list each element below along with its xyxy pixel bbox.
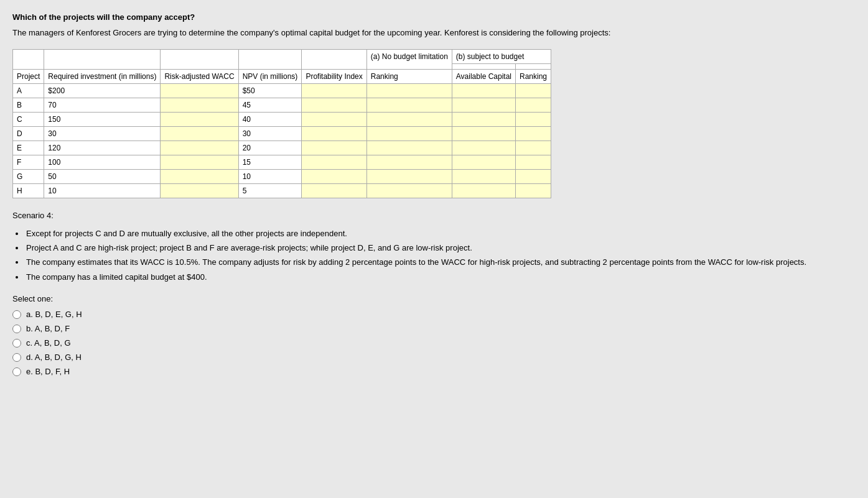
ranking-a-d — [366, 126, 452, 141]
option-a[interactable]: a. B, D, E, G, H — [12, 310, 856, 319]
avail-f — [452, 155, 515, 169]
project-g: G — [13, 169, 44, 183]
label-e[interactable]: e. B, D, F, H — [26, 367, 70, 376]
option-c[interactable]: c. A, B, D, G — [12, 338, 856, 348]
label-d[interactable]: d. A, B, D, G, H — [26, 353, 82, 362]
radio-e[interactable] — [12, 367, 21, 376]
options-container: a. B, D, E, G, H b. A, B, D, F c. A, B, … — [12, 310, 856, 376]
project-b: B — [13, 98, 44, 112]
rank-b-e — [516, 141, 551, 155]
bullet-3: The company estimates that its WACC is 1… — [25, 255, 856, 269]
npv-h: 5 — [238, 183, 302, 198]
npv-b: 45 — [238, 98, 302, 112]
npv-header: NPV (in millions) — [238, 69, 302, 83]
scenario-bullets: Except for projects C and D are mutually… — [25, 226, 856, 285]
required-investment-header: Required investment (in millions) — [44, 69, 161, 83]
npv-g: 10 — [238, 169, 302, 183]
wacc-a — [161, 83, 238, 98]
rank-b-a — [516, 83, 551, 98]
ranking-a-a — [366, 83, 452, 98]
label-b[interactable]: b. A, B, D, F — [26, 324, 70, 333]
project-h: H — [13, 183, 44, 198]
npv-f: 15 — [238, 155, 302, 169]
risk-adjusted-wacc-header: Risk-adjusted WACC — [161, 69, 238, 83]
ranking-a-e — [366, 141, 452, 155]
avail-d — [452, 126, 515, 141]
available-capital-header: Available Capital — [452, 69, 515, 83]
question-title: Which of the projects will the company a… — [12, 12, 856, 22]
no-budget-header: (a) No budget limitation — [366, 49, 452, 63]
ranking-a-sub — [366, 63, 452, 69]
radio-c[interactable] — [12, 339, 21, 348]
avail-e — [452, 141, 515, 155]
pi-b — [302, 98, 366, 112]
table-row: G 50 10 — [13, 169, 551, 183]
npv-a: $50 — [238, 83, 302, 98]
table-row: C 150 40 — [13, 112, 551, 126]
project-c: C — [13, 112, 44, 126]
wacc-d — [161, 126, 238, 141]
rank-b-c — [516, 112, 551, 126]
avail-g — [452, 169, 515, 183]
pi-d — [302, 126, 366, 141]
ranking-a-header: Ranking — [366, 69, 452, 83]
pi-g — [302, 169, 366, 183]
avail-h — [452, 183, 515, 198]
investment-c: 150 — [44, 112, 161, 126]
ranking-a-b — [366, 98, 452, 112]
radio-d[interactable] — [12, 353, 21, 362]
pi-a — [302, 83, 366, 98]
pi-e — [302, 141, 366, 155]
project-e: E — [13, 141, 44, 155]
wacc-c — [161, 112, 238, 126]
radio-b[interactable] — [12, 325, 21, 333]
npv-c: 40 — [238, 112, 302, 126]
bullet-4: The company has a limited capital budget… — [25, 270, 856, 284]
option-b[interactable]: b. A, B, D, F — [12, 324, 856, 333]
scenario-title: Scenario 4: — [12, 211, 856, 220]
investment-f: 100 — [44, 155, 161, 169]
project-f: F — [13, 155, 44, 169]
radio-a[interactable] — [12, 310, 21, 319]
investment-e: 120 — [44, 141, 161, 155]
table-row: A $200 $50 — [13, 83, 551, 98]
bullet-2: Project A and C are high-risk project; p… — [25, 241, 856, 255]
investment-a: $200 — [44, 83, 161, 98]
investment-d: 30 — [44, 126, 161, 141]
select-one-label: Select one: — [12, 294, 856, 303]
wacc-h — [161, 183, 238, 198]
table-row: E 120 20 — [13, 141, 551, 155]
wacc-g — [161, 169, 238, 183]
npv-d: 30 — [238, 126, 302, 141]
npv-e: 20 — [238, 141, 302, 155]
subject-to-budget-header: (b) subject to budget — [452, 49, 551, 63]
ranking-b-sub — [516, 63, 551, 69]
option-e[interactable]: e. B, D, F, H — [12, 367, 856, 376]
wacc-e — [161, 141, 238, 155]
rank-b-h — [516, 183, 551, 198]
rank-b-d — [516, 126, 551, 141]
pi-h — [302, 183, 366, 198]
table-row: F 100 15 — [13, 155, 551, 169]
table-row: D 30 30 — [13, 126, 551, 141]
question-description: The managers of Kenforest Grocers are tr… — [12, 27, 856, 39]
table-row: B 70 45 — [13, 98, 551, 112]
avail-c — [452, 112, 515, 126]
rank-b-f — [516, 155, 551, 169]
wacc-f — [161, 155, 238, 169]
table-row: H 10 5 — [13, 183, 551, 198]
investment-b: 70 — [44, 98, 161, 112]
ranking-a-c — [366, 112, 452, 126]
project-a: A — [13, 83, 44, 98]
rank-b-b — [516, 98, 551, 112]
ranking-a-g — [366, 169, 452, 183]
projects-table-container: (a) No budget limitation (b) subject to … — [12, 49, 856, 198]
investment-h: 10 — [44, 183, 161, 198]
investment-g: 50 — [44, 169, 161, 183]
project-d: D — [13, 126, 44, 141]
profitability-index-header: Profitability Index — [302, 69, 366, 83]
label-a[interactable]: a. B, D, E, G, H — [26, 310, 82, 319]
option-d[interactable]: d. A, B, D, G, H — [12, 353, 856, 362]
ranking-a-h — [366, 183, 452, 198]
label-c[interactable]: c. A, B, D, G — [26, 338, 71, 348]
